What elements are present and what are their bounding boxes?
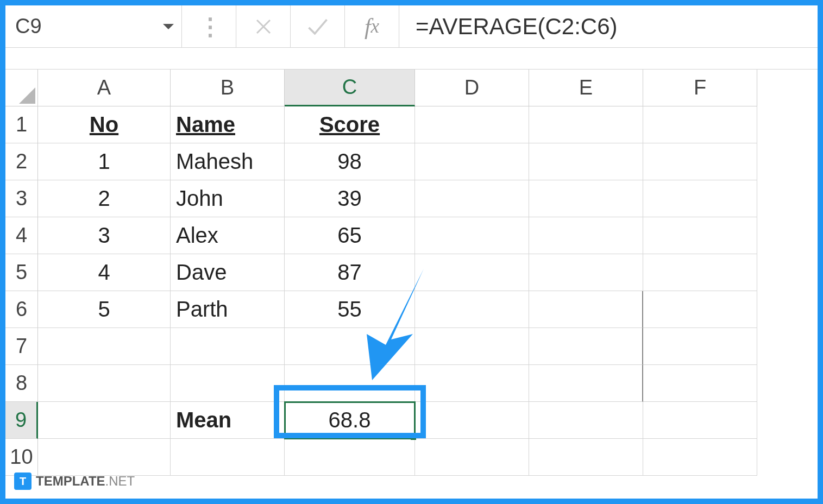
cell-D8[interactable]: [415, 365, 529, 402]
cell-B4[interactable]: Alex: [171, 217, 285, 254]
row-header-5[interactable]: 5: [5, 254, 38, 291]
cell-F6[interactable]: [643, 291, 757, 328]
app-frame: C9 ⋮ fx =AVERAGE(C2:C6) A B C D E F 1 No…: [0, 0, 823, 504]
name-box[interactable]: C9: [5, 5, 182, 47]
cell-D7[interactable]: [415, 328, 529, 365]
watermark: T TEMPLATE.NET: [14, 472, 135, 490]
cell-F3[interactable]: [643, 180, 757, 217]
cell-D9[interactable]: [415, 402, 529, 439]
cell-E3[interactable]: [529, 180, 643, 217]
close-icon: [254, 17, 273, 36]
cell-B5[interactable]: Dave: [171, 254, 285, 291]
cell-E8[interactable]: [529, 365, 643, 402]
formula-input[interactable]: =AVERAGE(C2:C6): [399, 5, 818, 47]
fill-handle[interactable]: [411, 434, 416, 440]
cell-A8[interactable]: [38, 365, 171, 402]
cell-F10[interactable]: [643, 439, 757, 476]
cell-A2[interactable]: 1: [38, 143, 171, 180]
cell-E10[interactable]: [529, 439, 643, 476]
col-header-C[interactable]: C: [285, 70, 415, 106]
cell-A4[interactable]: 3: [38, 217, 171, 254]
cell-C6[interactable]: 55: [285, 291, 415, 328]
cell-F1[interactable]: [643, 106, 757, 143]
cell-F2[interactable]: [643, 143, 757, 180]
insert-function-button[interactable]: fx: [345, 5, 399, 47]
cell-E2[interactable]: [529, 143, 643, 180]
cell-F8[interactable]: [643, 365, 757, 402]
cell-E1[interactable]: [529, 106, 643, 143]
cell-C8[interactable]: [285, 365, 415, 402]
cell-F7[interactable]: [643, 328, 757, 365]
cell-D1[interactable]: [415, 106, 529, 143]
check-icon: [306, 15, 330, 39]
row-header-6[interactable]: 6: [5, 291, 38, 328]
cell-reference: C9: [15, 15, 42, 38]
row-header-8[interactable]: 8: [5, 365, 38, 402]
cell-B1[interactable]: Name: [171, 106, 285, 143]
cell-C3[interactable]: 39: [285, 180, 415, 217]
row-header-10[interactable]: 10: [5, 439, 38, 476]
cancel-button[interactable]: [236, 5, 291, 47]
cell-B8[interactable]: [171, 365, 285, 402]
expand-formula-bar-button[interactable]: ⋮: [182, 5, 236, 47]
name-box-dropdown-icon[interactable]: [163, 24, 174, 29]
cell-F9[interactable]: [643, 402, 757, 439]
cell-A9[interactable]: [38, 402, 171, 439]
row-header-9[interactable]: 9: [5, 402, 38, 439]
col-header-F[interactable]: F: [643, 70, 757, 106]
col-header-B[interactable]: B: [171, 70, 285, 106]
select-all-corner[interactable]: [5, 70, 38, 106]
cell-C7[interactable]: [285, 328, 415, 365]
cell-D10[interactable]: [415, 439, 529, 476]
cell-D5[interactable]: [415, 254, 529, 291]
spreadsheet-grid[interactable]: A B C D E F 1 No Name Score 2 1 Mahesh 9…: [5, 70, 818, 476]
cell-A10[interactable]: [38, 439, 171, 476]
spacer: [5, 48, 818, 70]
cell-B3[interactable]: John: [171, 180, 285, 217]
cell-B7[interactable]: [171, 328, 285, 365]
cell-A6[interactable]: 5: [38, 291, 171, 328]
cell-D6[interactable]: [415, 291, 529, 328]
row-header-7[interactable]: 7: [5, 328, 38, 365]
row-header-1[interactable]: 1: [5, 106, 38, 143]
formula-bar: C9 ⋮ fx =AVERAGE(C2:C6): [5, 5, 818, 48]
formula-text: =AVERAGE(C2:C6): [416, 14, 618, 40]
cell-C9[interactable]: 68.8: [285, 402, 415, 439]
col-header-E[interactable]: E: [529, 70, 643, 106]
cell-B2[interactable]: Mahesh: [171, 143, 285, 180]
row-header-3[interactable]: 3: [5, 180, 38, 217]
cell-D2[interactable]: [415, 143, 529, 180]
cell-C4[interactable]: 65: [285, 217, 415, 254]
row-header-2[interactable]: 2: [5, 143, 38, 180]
cell-E7[interactable]: [529, 328, 643, 365]
cell-C10[interactable]: [285, 439, 415, 476]
cell-C2[interactable]: 98: [285, 143, 415, 180]
watermark-logo-icon: T: [14, 472, 32, 490]
cell-C5[interactable]: 87: [285, 254, 415, 291]
cell-A5[interactable]: 4: [38, 254, 171, 291]
cell-C1[interactable]: Score: [285, 106, 415, 143]
cell-E6[interactable]: [529, 291, 643, 328]
cell-A1[interactable]: No: [38, 106, 171, 143]
cell-E5[interactable]: [529, 254, 643, 291]
row-header-4[interactable]: 4: [5, 217, 38, 254]
col-header-D[interactable]: D: [415, 70, 529, 106]
cell-F4[interactable]: [643, 217, 757, 254]
cell-A3[interactable]: 2: [38, 180, 171, 217]
cell-A7[interactable]: [38, 328, 171, 365]
cell-D3[interactable]: [415, 180, 529, 217]
cell-F5[interactable]: [643, 254, 757, 291]
cell-E4[interactable]: [529, 217, 643, 254]
watermark-text: TEMPLATE.NET: [36, 474, 135, 489]
col-header-A[interactable]: A: [38, 70, 171, 106]
cell-E9[interactable]: [529, 402, 643, 439]
cell-B10[interactable]: [171, 439, 285, 476]
enter-button[interactable]: [291, 5, 345, 47]
cell-D4[interactable]: [415, 217, 529, 254]
cell-B9[interactable]: Mean: [171, 402, 285, 439]
cell-B6[interactable]: Parth: [171, 291, 285, 328]
